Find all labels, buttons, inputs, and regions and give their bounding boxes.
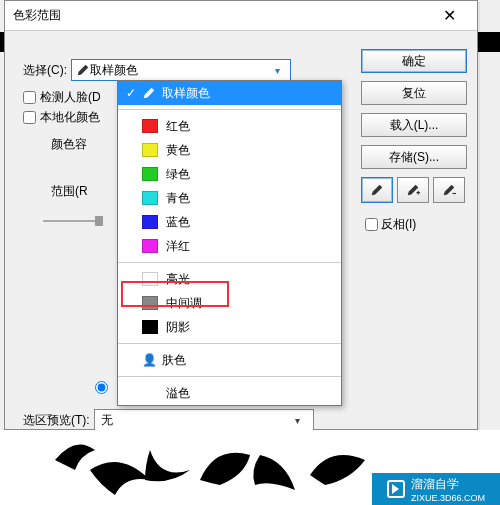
dropdown-label: 取样颜色 (162, 85, 210, 102)
color-swatch (142, 143, 158, 157)
color-swatch (142, 320, 158, 334)
eyedropper-icon (370, 183, 384, 197)
save-button[interactable]: 存储(S)... (361, 145, 467, 169)
detect-faces-label: 检测人脸(D (40, 89, 101, 106)
app-background: 色彩范围 ✕ 选择(C): 取样颜色 ▾ 检测人脸(D 本地化颜色 (0, 0, 500, 505)
invert-label: 反相(I) (381, 216, 416, 233)
ok-button[interactable]: 确定 (361, 49, 467, 73)
eyedropper-minus-icon (442, 183, 456, 197)
eyedropper-icon (76, 63, 90, 77)
watermark-logo: 溜溜自学 ZIXUE.3D66.COM (372, 473, 500, 505)
dropdown-label: 肤色 (162, 352, 186, 369)
check-icon: ✓ (126, 86, 142, 100)
color-swatch (142, 215, 158, 229)
preview-combobox[interactable]: 无 ▾ (94, 409, 314, 431)
dialog-titlebar: 色彩范围 ✕ (5, 1, 477, 31)
color-swatch (142, 296, 158, 310)
range-slider[interactable] (43, 220, 103, 222)
dropdown-separator (118, 376, 341, 377)
load-button[interactable]: 载入(L)... (361, 113, 467, 137)
localized-label: 本地化颜色 (40, 109, 100, 126)
eyedropper-plus-icon (406, 183, 420, 197)
color-swatch (142, 191, 158, 205)
dropdown-item-color[interactable]: 绿色 (118, 162, 341, 186)
eyedropper-icon (142, 86, 156, 100)
dropdown-item-oob[interactable]: 溢色 (118, 381, 341, 405)
dropdown-item-tone[interactable]: 高光 (118, 267, 341, 291)
select-label: 选择(C): (23, 62, 67, 79)
dropdown-item-color[interactable]: 黄色 (118, 138, 341, 162)
dropdown-item-color[interactable]: 青色 (118, 186, 341, 210)
color-swatch (142, 167, 158, 181)
dropdown-separator (118, 109, 341, 110)
preview-radio[interactable] (95, 381, 112, 394)
color-swatch (142, 119, 158, 133)
range-label: 范围(R (51, 183, 123, 200)
dropdown-label: 绿色 (166, 166, 190, 183)
dropdown-label: 溢色 (166, 385, 190, 402)
select-value: 取样颜色 (90, 62, 268, 79)
detect-faces-input[interactable] (23, 91, 36, 104)
dropdown-item-tone[interactable]: 中间调 (118, 291, 341, 315)
select-dropdown: ✓ 取样颜色 红色黄色绿色青色蓝色洋红 高光中间调阴影 👤 肤色 溢色 (117, 80, 342, 406)
left-options: 检测人脸(D 本地化颜色 颜色容 范围(R (23, 86, 123, 222)
detect-faces-checkbox[interactable]: 检测人脸(D (23, 89, 123, 106)
dropdown-label: 洋红 (166, 238, 190, 255)
dropdown-label: 阴影 (166, 319, 190, 336)
dropdown-item-color[interactable]: 蓝色 (118, 210, 341, 234)
logo-brand: 溜溜自学 (411, 476, 485, 493)
chevron-down-icon: ▾ (268, 65, 286, 76)
color-swatch (142, 239, 158, 253)
dropdown-label: 红色 (166, 118, 190, 135)
invert-input[interactable] (365, 218, 378, 231)
fuzziness-label: 颜色容 (51, 136, 123, 153)
invert-checkbox[interactable]: 反相(I) (361, 215, 467, 234)
dropdown-label: 青色 (166, 190, 190, 207)
play-icon (387, 480, 405, 498)
right-buttons: 确定 复位 载入(L)... 存储(S)... (361, 49, 467, 234)
preview-radio-input[interactable] (95, 381, 108, 394)
dialog-title: 色彩范围 (13, 7, 429, 24)
preview-row: 选区预览(T): 无 ▾ (23, 409, 314, 431)
dropdown-label: 中间调 (166, 295, 202, 312)
eyedropper-button[interactable] (361, 177, 393, 203)
select-row: 选择(C): 取样颜色 ▾ (23, 59, 291, 81)
dropdown-item-tone[interactable]: 阴影 (118, 315, 341, 339)
dropdown-item-sampled[interactable]: ✓ 取样颜色 (118, 81, 341, 105)
color-swatch (142, 272, 158, 286)
dropdown-label: 黄色 (166, 142, 190, 159)
dropdown-separator (118, 343, 341, 344)
dropdown-item-color[interactable]: 红色 (118, 114, 341, 138)
eyedropper-group (361, 177, 467, 203)
dropdown-item-color[interactable]: 洋红 (118, 234, 341, 258)
dropdown-item-skin[interactable]: 👤 肤色 (118, 348, 341, 372)
person-icon: 👤 (142, 353, 156, 367)
localized-checkbox[interactable]: 本地化颜色 (23, 109, 123, 126)
localized-input[interactable] (23, 111, 36, 124)
preview-value: 无 (101, 412, 289, 429)
eyedropper-subtract-button[interactable] (433, 177, 465, 203)
dropdown-label: 蓝色 (166, 214, 190, 231)
chevron-down-icon: ▾ (289, 415, 307, 426)
eyedropper-add-button[interactable] (397, 177, 429, 203)
close-icon[interactable]: ✕ (429, 1, 469, 31)
dropdown-label: 高光 (166, 271, 190, 288)
cancel-button[interactable]: 复位 (361, 81, 467, 105)
dropdown-separator (118, 262, 341, 263)
logo-url: ZIXUE.3D66.COM (411, 493, 485, 503)
select-combobox[interactable]: 取样颜色 ▾ (71, 59, 291, 81)
preview-label: 选区预览(T): (23, 412, 90, 429)
